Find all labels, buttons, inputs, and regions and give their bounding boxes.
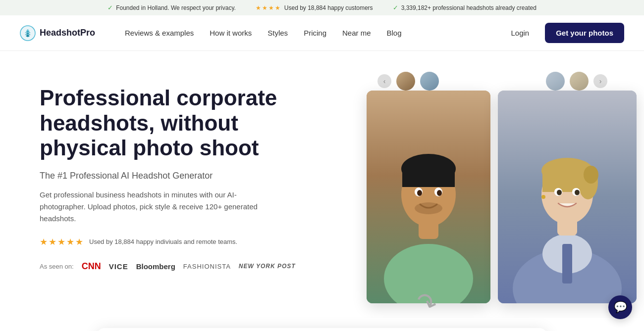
svg-point-24 [557, 190, 562, 195]
chat-icon: 💬 [614, 301, 627, 314]
topbar-item-2: ★★★★ Used by 18,884 happy customers [256, 4, 373, 11]
hero-stars: ★★★★★ [40, 236, 84, 247]
topbar: ✓ Founded in Holland. We respect your pr… [0, 0, 644, 15]
thumb-row-right: › [545, 71, 608, 92]
nav-link-blog[interactable]: Blog [387, 29, 402, 37]
check-icon-1: ✓ [107, 4, 113, 11]
hero-rating-text: Used by 18,884 happy indiviuals and remo… [89, 238, 237, 245]
topbar-text-1: Founded in Holland. We respect your priv… [116, 4, 236, 11]
form-section: Company name Team size Create your team … [0, 318, 644, 331]
nav-link-pricing[interactable]: Pricing [304, 29, 326, 37]
svg-point-11 [415, 202, 442, 214]
hero-description: Get professional business headshots in m… [40, 189, 277, 225]
thumb-row-left: ‹ [376, 71, 440, 92]
svg-point-10 [437, 190, 442, 196]
nav-link-styles[interactable]: Styles [268, 29, 288, 37]
hero-section: Professional corporate headshots, withou… [0, 51, 644, 318]
hero-left: Professional corporate headshots, withou… [40, 81, 327, 272]
photo-man [367, 91, 490, 303]
nav-link-reviews[interactable]: Reviews & examples [125, 29, 194, 37]
nav-link-near-me[interactable]: Near me [342, 29, 371, 37]
brand-nyp: NEW YORK POST [239, 263, 296, 270]
logo[interactable]: HeadshotPro [20, 25, 95, 41]
login-button[interactable]: Login [503, 25, 537, 41]
logo-text: HeadshotPro [40, 28, 95, 38]
nav-link-how-it-works[interactable]: How it works [210, 29, 252, 37]
svg-rect-15 [562, 244, 572, 284]
svg-rect-6 [402, 167, 455, 187]
brand-fashionista: FASHIONISTA [183, 263, 231, 270]
as-seen-section: As seen on: CNN VICE Bloomberg FASHIONIS… [40, 261, 327, 272]
hero-subtitle: The #1 Professional AI Headshot Generato… [40, 171, 327, 181]
svg-point-9 [417, 190, 422, 196]
arrow-right: › [592, 73, 608, 89]
thumb-1 [395, 71, 416, 92]
logo-icon [20, 25, 36, 41]
check-icon-2: ✓ [393, 4, 398, 11]
form-card: Company name Team size Create your team … [97, 328, 547, 331]
svg-point-25 [575, 190, 580, 195]
arrow-left: ‹ [376, 73, 392, 89]
brand-cnn: CNN [82, 261, 101, 272]
chat-bubble[interactable]: 💬 [608, 295, 632, 319]
topbar-text-3: 3,339,182+ professional headshots alread… [401, 4, 537, 11]
topbar-stars: ★★★★ [256, 4, 281, 11]
hero-photos: ‹ › [367, 66, 644, 318]
as-seen-label: As seen on: [40, 263, 74, 270]
svg-point-26 [541, 195, 545, 199]
topbar-text-2: Used by 18,884 happy customers [284, 4, 373, 11]
hero-rating: ★★★★★ Used by 18,884 happy indiviuals an… [40, 236, 327, 247]
thumb-2 [419, 71, 440, 92]
brand-vice: VICE [109, 262, 128, 271]
nav-links: Reviews & examples How it works Styles P… [125, 29, 503, 37]
get-photos-button[interactable]: Get your photos [545, 23, 624, 43]
brand-bloomberg: Bloomberg [136, 262, 175, 271]
topbar-item-1: ✓ Founded in Holland. We respect your pr… [107, 4, 236, 11]
nav-actions: Login Get your photos [503, 23, 624, 43]
thumb-3 [545, 71, 566, 92]
photo-woman [498, 91, 637, 303]
svg-point-21 [584, 166, 598, 184]
topbar-item-3: ✓ 3,339,182+ professional headshots alre… [393, 4, 537, 11]
hero-title: Professional corporate headshots, withou… [40, 86, 327, 161]
thumb-4 [569, 71, 590, 92]
navbar: HeadshotPro Reviews & examples How it wo… [0, 15, 644, 51]
